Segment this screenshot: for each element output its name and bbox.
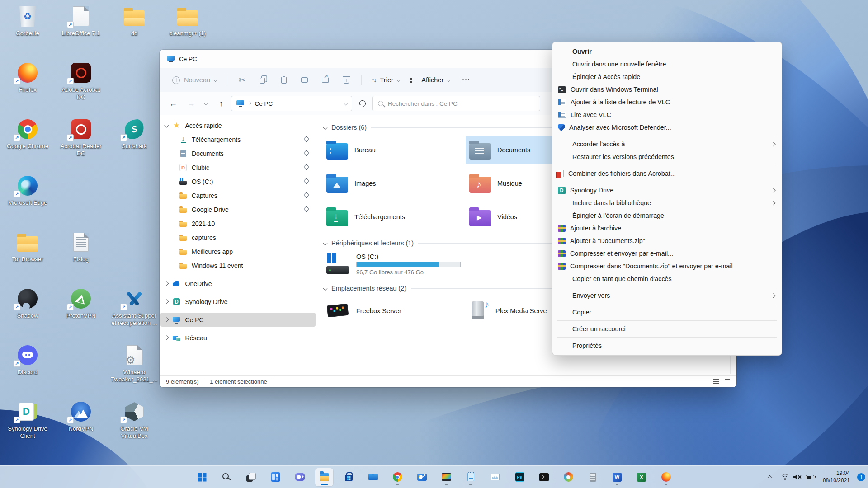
desktop-icon-acrobat-reader-dc[interactable]: Acrobat Reader DC <box>54 115 108 171</box>
context-menu-item[interactable]: Envoyer vers <box>552 289 782 302</box>
taskbar-task-view[interactable] <box>242 468 260 486</box>
back-button[interactable]: ← <box>165 96 181 111</box>
chevron-down-icon[interactable] <box>344 102 347 105</box>
context-menu-item[interactable]: Ouvrir dans Windows Terminal <box>552 83 782 96</box>
desktop-icon-protonvpn[interactable]: ProtonVPN <box>54 284 108 341</box>
tile-freebox-server[interactable]: Freebox Server <box>323 296 412 325</box>
desktop-icon-fixlog[interactable]: Fixlog <box>54 228 108 284</box>
taskbar-chrome[interactable] <box>388 468 406 486</box>
tile-bureau[interactable]: Bureau <box>323 136 412 164</box>
desktop-icon-google-chrome[interactable]: Google Chrome <box>1 115 54 171</box>
tile-plex-media-server[interactable]: Plex Media Serve <box>466 296 555 325</box>
desktop-icon-synology-drive-client[interactable]: Synology Drive Client <box>1 397 54 454</box>
desktop-icon-tor-browser[interactable]: Tor Browser <box>1 228 54 284</box>
expander-chevron-icon[interactable] <box>165 123 169 127</box>
tile-telechargements[interactable]: Téléchargements <box>323 202 412 231</box>
view-button[interactable]: Afficher <box>406 72 454 88</box>
desktop-icon-assistant-support[interactable]: Assistant Suppor et récupération ... <box>108 284 161 341</box>
taskbar-calculator[interactable] <box>584 468 602 486</box>
tray-clock[interactable]: 19:04 08/10/2021 <box>819 468 854 486</box>
sidebar-item[interactable]: Synology Drive <box>160 295 316 309</box>
large-icons-view-icon[interactable] <box>725 379 730 384</box>
tile-images[interactable]: Images <box>323 169 412 198</box>
desktop-icon-microsoft-edge[interactable]: Microsoft Edge <box>1 171 54 228</box>
context-menu-item[interactable]: Ajouter à "Documents.zip" <box>552 235 782 247</box>
tile-documents[interactable]: Documents <box>466 136 555 164</box>
taskbar-notepad[interactable] <box>462 468 480 486</box>
taskbar-audio-editor[interactable] <box>486 468 504 486</box>
hidden-icons-button[interactable] <box>764 468 776 486</box>
sort-button[interactable]: Trier <box>367 72 405 88</box>
sidebar-item[interactable]: OS (C:) <box>160 174 316 188</box>
context-menu-item[interactable]: Ouvrir <box>552 45 782 58</box>
context-menu-item[interactable]: Ouvrir dans une nouvelle fenêtre <box>552 58 782 70</box>
sidebar-item[interactable]: captures <box>160 230 316 244</box>
desktop-icon-discord[interactable]: Discord <box>1 341 54 397</box>
desktop-icon-dd[interactable]: dd <box>108 2 161 58</box>
notification-badge[interactable]: 1 <box>857 473 865 481</box>
taskbar-search[interactable] <box>217 468 236 486</box>
tile-musique[interactable]: Musique <box>466 169 555 198</box>
desktop-icon-winaero-tweaker[interactable]: Winaero Tweaker_2021_... <box>108 341 161 397</box>
context-menu-item[interactable]: Restaurer les versions précédentes <box>552 150 782 163</box>
cut-button[interactable] <box>233 72 252 88</box>
context-menu-item[interactable]: Accorder l'accès à <box>552 138 782 150</box>
context-menu-item[interactable]: Ajouter à la liste de lecture de VLC <box>552 96 782 108</box>
sidebar-item[interactable]: 2021-10 <box>160 216 316 230</box>
sidebar-item[interactable]: Google Drive <box>160 202 316 216</box>
sidebar-item[interactable]: Windows 11 event <box>160 258 316 272</box>
taskbar-chat[interactable] <box>291 468 309 486</box>
sidebar-item[interactable]: Accès rapide <box>160 118 316 132</box>
taskbar-start[interactable] <box>193 468 211 486</box>
context-menu-item[interactable]: Ajouter à l'archive... <box>552 222 782 235</box>
more-options-button[interactable] <box>457 72 476 88</box>
refresh-button[interactable] <box>354 96 370 111</box>
desktop-icon-adobe-acrobat-dc[interactable]: Adobe Acrobat DC <box>54 58 108 115</box>
sidebar-item[interactable]: OneDrive <box>160 277 316 291</box>
sidebar-item[interactable]: Captures <box>160 188 316 202</box>
delete-button[interactable] <box>337 72 356 88</box>
forward-button[interactable]: → <box>183 96 199 111</box>
tile-videos[interactable]: Vidéos <box>466 202 555 231</box>
desktop-icon-shadow[interactable]: Shadow <box>1 284 54 341</box>
taskbar-excel[interactable] <box>632 468 651 486</box>
taskbar-file-explorer[interactable] <box>315 468 333 486</box>
copy-button[interactable] <box>254 72 273 88</box>
context-menu-item[interactable]: Épingler à Accès rapide <box>552 70 782 83</box>
share-button[interactable] <box>316 72 335 88</box>
expander-chevron-icon[interactable] <box>165 282 169 286</box>
expander-chevron-icon[interactable] <box>165 336 169 340</box>
context-menu-item[interactable]: Copier <box>552 306 782 319</box>
up-button[interactable]: ↑ <box>213 96 229 111</box>
context-menu-item[interactable]: Lire avec VLC <box>552 108 782 121</box>
taskbar-mail[interactable] <box>364 468 382 486</box>
desktop-icon-firefox[interactable]: Firefox <box>1 58 54 115</box>
desktop-icon-libreoffice[interactable]: LibreOffice 7.1 <box>54 2 108 58</box>
desktop-icon-surfshark[interactable]: Surfshark <box>108 115 161 171</box>
context-menu-item[interactable]: Compresser et envoyer par e-mail... <box>552 247 782 260</box>
sidebar-item[interactable]: Téléchargements <box>160 132 316 146</box>
sidebar-item[interactable]: Réseau <box>160 331 316 345</box>
taskbar-photoshop[interactable] <box>510 468 528 486</box>
taskbar-terminal[interactable] <box>535 468 553 486</box>
history-dropdown-button[interactable] <box>201 96 211 111</box>
taskbar-media-player[interactable] <box>437 468 455 486</box>
details-view-icon[interactable] <box>713 379 719 384</box>
taskbar-store[interactable] <box>340 468 358 486</box>
expander-chevron-icon[interactable] <box>165 300 169 304</box>
sidebar-item[interactable]: Ce PC <box>160 313 316 327</box>
taskbar-media-swirl[interactable] <box>559 468 577 486</box>
rename-button[interactable] <box>295 72 314 88</box>
context-menu-item[interactable]: Inclure dans la bibliothèque <box>552 197 782 209</box>
context-menu-item[interactable]: Synology Drive <box>552 184 782 197</box>
context-menu-item[interactable]: Combiner des fichiers dans Acrobat... <box>552 167 782 180</box>
context-menu-item[interactable]: Créer un raccourci <box>552 323 782 335</box>
desktop-icon-corbeille[interactable]: Corbeille <box>1 2 54 58</box>
paste-button[interactable] <box>274 72 293 88</box>
taskbar-word[interactable] <box>608 468 626 486</box>
address-bar[interactable]: Ce PC <box>231 96 352 111</box>
new-button[interactable]: Nouveau <box>168 72 222 88</box>
sidebar-item[interactable]: Documents <box>160 146 316 160</box>
tray-status-button[interactable] <box>777 468 818 486</box>
search-input[interactable] <box>388 100 534 107</box>
